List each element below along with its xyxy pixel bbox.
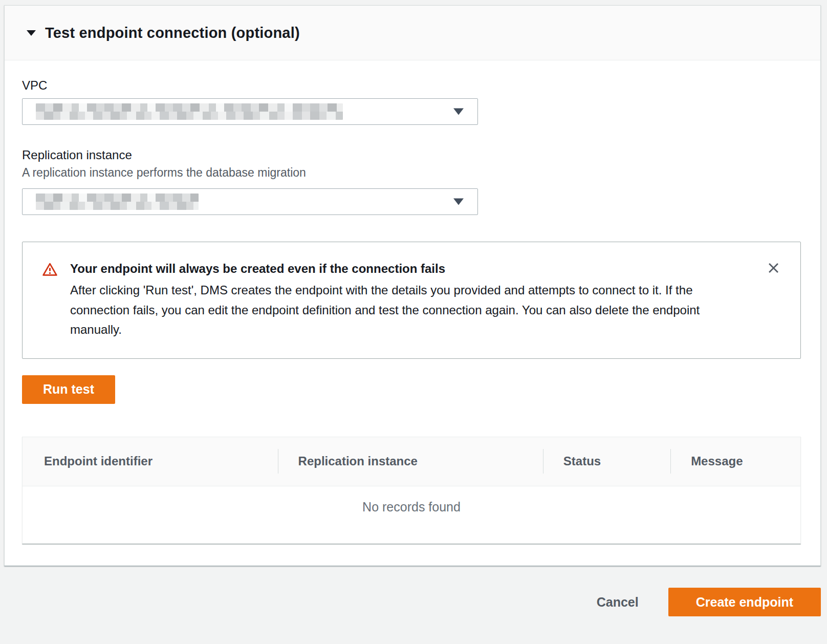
replication-instance-label: Replication instance — [22, 147, 801, 163]
warning-dismiss-button[interactable] — [763, 257, 784, 280]
table-empty-state: No records found — [23, 486, 800, 544]
caret-down-icon — [26, 30, 36, 36]
endpoint-warning-alert: Your endpoint will always be created eve… — [22, 242, 801, 359]
close-icon — [766, 261, 781, 277]
vpc-label: VPC — [22, 78, 801, 93]
test-endpoint-connection-panel: Test endpoint connection (optional) VPC … — [4, 5, 821, 566]
vpc-redacted-value — [36, 103, 343, 120]
warning-body: After clicking 'Run test', DMS creates t… — [70, 281, 735, 340]
warning-triangle-icon — [42, 262, 58, 340]
replication-instance-redacted-value — [36, 194, 199, 210]
replication-instance-description: A replication instance performs the data… — [22, 165, 801, 180]
column-header-replication-instance[interactable]: Replication instance — [278, 437, 543, 486]
caret-down-icon — [453, 108, 464, 116]
replication-instance-select[interactable] — [22, 188, 478, 215]
test-results-table: Endpoint identifier Replication instance… — [22, 437, 801, 544]
warning-title: Your endpoint will always be created eve… — [70, 261, 735, 277]
create-endpoint-button[interactable]: Create endpoint — [668, 588, 821, 616]
cancel-button[interactable]: Cancel — [597, 595, 639, 610]
section-header-test-endpoint-connection[interactable]: Test endpoint connection (optional) — [5, 6, 820, 60]
vpc-select[interactable] — [22, 98, 478, 125]
section-title: Test endpoint connection (optional) — [45, 25, 300, 41]
table-header-row: Endpoint identifier Replication instance… — [23, 437, 800, 486]
dms-create-endpoint-page: Test endpoint connection (optional) VPC … — [0, 0, 827, 644]
warning-text: Your endpoint will always be created eve… — [70, 261, 735, 340]
form-actions-footer: Cancel Create endpoint — [597, 588, 821, 616]
column-header-endpoint-identifier[interactable]: Endpoint identifier — [23, 437, 278, 486]
run-test-button[interactable]: Run test — [22, 375, 115, 404]
column-header-status[interactable]: Status — [543, 437, 670, 486]
caret-down-icon — [453, 198, 464, 206]
section-body: VPC Replication instance A replication i… — [5, 78, 820, 544]
column-header-message[interactable]: Message — [670, 437, 800, 486]
